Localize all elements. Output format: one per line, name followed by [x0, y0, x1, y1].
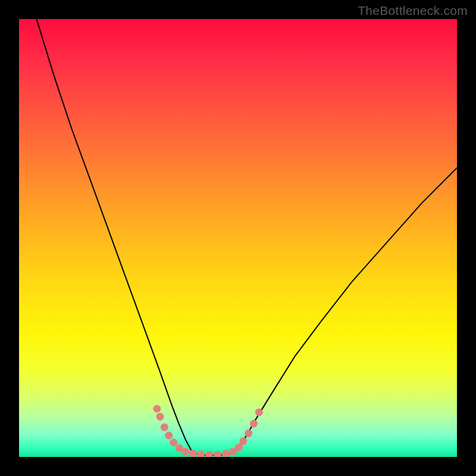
data-marker — [236, 444, 243, 451]
data-marker — [255, 409, 262, 416]
curve-layer — [19, 19, 457, 457]
data-marker — [229, 448, 236, 455]
data-marker — [154, 405, 161, 412]
chart-frame: TheBottleneck.com — [0, 0, 476, 476]
bottleneck-curve — [36, 19, 457, 455]
data-marker — [240, 438, 247, 445]
data-marker — [189, 450, 196, 457]
data-marker — [245, 430, 252, 437]
data-marker — [170, 439, 177, 446]
data-marker — [156, 413, 164, 420]
data-marker — [165, 432, 173, 439]
data-marker — [214, 451, 221, 457]
data-marker — [161, 424, 168, 431]
data-marker — [222, 450, 229, 457]
data-markers — [154, 405, 263, 457]
data-marker — [205, 451, 212, 457]
data-marker — [182, 448, 189, 455]
data-marker — [197, 451, 204, 457]
data-marker — [250, 420, 258, 427]
plot-area — [19, 19, 457, 457]
attribution-text: TheBottleneck.com — [358, 4, 468, 18]
